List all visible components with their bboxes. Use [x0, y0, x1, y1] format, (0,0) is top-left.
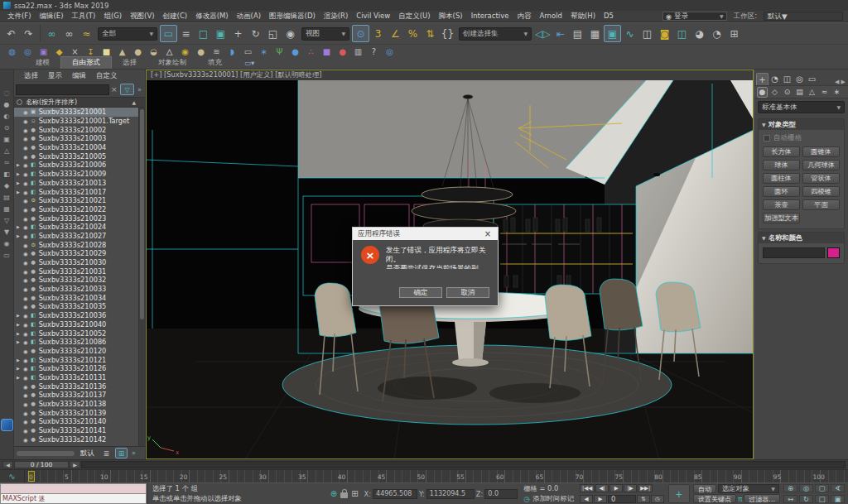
menu-item[interactable]: 动画(A): [233, 12, 265, 22]
explorer-row[interactable]: Suxbv3333s210120: [14, 347, 145, 356]
x-coordinate-field[interactable]: 44965.508: [373, 489, 417, 499]
visibility-eye-icon[interactable]: [23, 152, 28, 161]
menu-item[interactable]: 工具(T): [68, 12, 100, 22]
pick-material-icon[interactable]: ▭: [1, 250, 12, 261]
red-ball-icon[interactable]: ●: [335, 46, 350, 58]
current-frame-field[interactable]: 0: [608, 495, 636, 503]
cancel-button[interactable]: 取消: [446, 287, 489, 298]
explorer-row[interactable]: ▶ Suxbv3333s210024: [14, 223, 145, 232]
visibility-eye-icon[interactable]: [23, 196, 28, 204]
visibility-eye-icon[interactable]: [23, 364, 28, 372]
overflow-chevron-icon[interactable]: »: [136, 86, 143, 94]
visibility-eye-icon[interactable]: [23, 134, 28, 142]
explorer-row[interactable]: ▶ Suxbv3333s210052: [14, 329, 145, 338]
explorer-vertical-scrollbar[interactable]: [138, 108, 145, 446]
key-filters-icon[interactable]: π: [738, 495, 742, 503]
explorer-row[interactable]: ▶ Suxbv3333s210086: [14, 338, 145, 347]
viewport-label[interactable]: [+] [Suxbv3333s210001] [用户定义] [默认明暗处理]: [146, 70, 754, 80]
explorer-row[interactable]: Suxbv3333s210022: [14, 205, 145, 214]
key-mode-dropdown[interactable]: 选定对象▼: [718, 484, 779, 493]
reference-coordinate-dropdown[interactable]: 视图▼: [301, 27, 349, 41]
menu-item[interactable]: 修改器(M): [191, 12, 232, 22]
display-spacewarps-icon[interactable]: ≈: [1, 157, 12, 168]
window-crossing-icon[interactable]: ▣: [212, 25, 229, 42]
selection-filter-dropdown[interactable]: 全部▼: [98, 27, 157, 41]
display-bones-icon[interactable]: ◆: [1, 180, 12, 191]
menu-item[interactable]: 自定义(U): [394, 12, 434, 22]
visibility-eye-icon[interactable]: [23, 179, 28, 187]
sign-in-dropdown[interactable]: ◉ 登录▼: [662, 12, 727, 21]
field-of-view-icon[interactable]: ∢: [831, 484, 845, 492]
shapes-category-icon[interactable]: ◇: [769, 87, 780, 98]
frame-display[interactable]: 0 / 100: [14, 461, 69, 468]
snowflake-icon[interactable]: ∗: [256, 46, 272, 58]
angle-snap-icon[interactable]: ∠: [387, 25, 404, 42]
explorer-row[interactable]: Suxbv3333s210001.Target: [14, 117, 145, 126]
menu-item[interactable]: 图形编辑器(D): [265, 12, 320, 22]
expand-arrow-icon[interactable]: ▶: [17, 313, 22, 318]
explorer-row[interactable]: Suxbv3333s210004: [14, 143, 145, 152]
align-icon[interactable]: ⇤: [552, 25, 569, 42]
explorer-row[interactable]: Suxbv3333s210023: [14, 214, 145, 223]
key-step-back-icon[interactable]: ◀: [580, 495, 593, 503]
rollout-header[interactable]: ▼名称和颜色: [759, 233, 844, 243]
render-production-icon[interactable]: ◕: [691, 25, 708, 42]
visibility-eye-icon[interactable]: [23, 170, 28, 178]
explorer-row[interactable]: Suxbv3333s210029: [14, 249, 145, 258]
toggle-ribbon-icon[interactable]: ▦: [586, 25, 604, 42]
scrollbar-thumb[interactable]: [140, 109, 144, 319]
visibility-eye-icon[interactable]: [23, 117, 28, 125]
visibility-eye-icon[interactable]: [23, 373, 28, 382]
create-tab[interactable]: +: [756, 73, 768, 85]
helpers-category-icon[interactable]: △: [807, 87, 817, 98]
visibility-eye-icon[interactable]: [23, 108, 28, 116]
select-and-rotate-icon[interactable]: ↻: [247, 25, 264, 42]
explorer-row[interactable]: ▶ Suxbv3333s210006: [14, 161, 145, 170]
mini-curve-editor-icon[interactable]: ∿: [0, 470, 25, 482]
primitive-category-dropdown[interactable]: 标准基本体▼: [758, 101, 845, 113]
visibility-eye-icon[interactable]: [23, 426, 28, 434]
visibility-eye-icon[interactable]: [23, 409, 28, 417]
primitive-button[interactable]: 圆环: [763, 186, 800, 197]
visibility-eye-icon[interactable]: [23, 400, 28, 408]
zoom-icon[interactable]: ⊕: [783, 484, 797, 492]
explorer-row[interactable]: Suxbv3333s210003: [14, 134, 145, 143]
mail-notification-icon[interactable]: ▭: [240, 46, 256, 58]
expand-arrow-icon[interactable]: ▶: [17, 171, 22, 176]
particle-icon[interactable]: ∴: [303, 46, 319, 58]
rectangular-selection-icon[interactable]: □: [195, 25, 212, 42]
menu-item[interactable]: 文件(F): [3, 12, 36, 22]
bind-to-space-warp-icon[interactable]: ≈: [78, 25, 95, 42]
explorer-row[interactable]: Suxbv3333s210140: [14, 417, 145, 426]
visibility-eye-icon[interactable]: [23, 258, 28, 266]
rendered-frame-icon[interactable]: ◫: [673, 25, 691, 42]
explorer-row[interactable]: Suxbv3333s210032: [14, 276, 145, 285]
primitive-button[interactable]: 长方体: [763, 146, 800, 157]
time-slider-track[interactable]: [81, 461, 846, 468]
primitive-button[interactable]: 球体: [763, 160, 800, 170]
menu-item[interactable]: Interactive: [467, 12, 513, 22]
visibility-eye-icon[interactable]: [23, 285, 28, 293]
sync-selection-icon[interactable]: ◉: [1, 238, 12, 249]
visibility-eye-icon[interactable]: [23, 276, 28, 284]
selection-lock-icon[interactable]: [340, 492, 348, 498]
display-materials-icon[interactable]: ▦: [1, 204, 12, 214]
explorer-menu-item[interactable]: 自定义: [91, 71, 123, 81]
footer-overflow-icon[interactable]: »: [130, 449, 137, 457]
workspace-dropdown[interactable]: 默认▼: [764, 12, 843, 21]
filters-button[interactable]: 过滤器...: [744, 494, 780, 503]
filter-funnel-button[interactable]: ▽: [120, 84, 134, 95]
expand-arrow-icon[interactable]: ▶: [17, 358, 22, 362]
menu-item[interactable]: 编辑(E): [36, 12, 68, 22]
display-cameras-icon[interactable]: ▣: [1, 134, 12, 145]
list-options-icon[interactable]: ≣: [100, 448, 113, 458]
frame-back-button[interactable]: ◀: [2, 461, 13, 468]
explorer-row[interactable]: Suxbv3333s210033: [14, 285, 145, 294]
visibility-eye-icon[interactable]: [23, 241, 28, 249]
next-frame-button[interactable]: |▶: [624, 484, 637, 492]
spinner-snap-icon[interactable]: ⇅: [422, 25, 439, 42]
explorer-row[interactable]: Suxbv3333s210002: [14, 125, 145, 134]
explorer-row[interactable]: ▶ Suxbv3333s210121: [14, 355, 145, 364]
visibility-eye-icon[interactable]: [23, 126, 28, 134]
foliage-icon[interactable]: Ψ: [272, 46, 287, 58]
